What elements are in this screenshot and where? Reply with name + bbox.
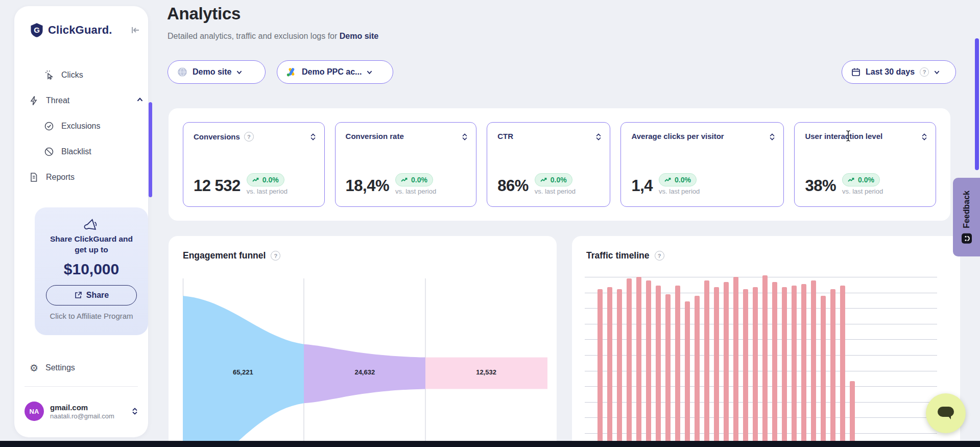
trend-up-icon [848, 177, 855, 182]
promo-amount: $10,000 [35, 261, 148, 278]
page-subtitle: Detailed analytics, traffic and exclusio… [168, 32, 378, 41]
sort-arrows-icon[interactable] [769, 133, 775, 141]
sort-arrows-icon[interactable] [595, 133, 602, 141]
page-title: Analytics [167, 4, 241, 23]
kpi-card-conversions: Conversions ? 12 532 [183, 122, 325, 207]
sort-arrows-icon[interactable] [310, 133, 316, 141]
account-switcher[interactable]: NA gmail.com naatali.ro@gmail.com [25, 396, 138, 426]
globe-icon [177, 67, 187, 77]
traffic-chart [585, 277, 937, 447]
sidebar-item-blacklist[interactable]: Blacklist [44, 143, 136, 161]
external-share-icon [74, 291, 82, 299]
traffic-bar [636, 277, 641, 447]
kpi-label: Conversion rate [346, 132, 404, 140]
page-scrollbar-thumb[interactable] [975, 38, 979, 170]
gear-icon: ⚙ [30, 363, 38, 373]
cursor-click-icon [44, 70, 54, 80]
account-name: gmail.com [50, 403, 126, 412]
help-icon[interactable]: ? [920, 67, 929, 77]
feedback-smiley-icon [961, 232, 972, 244]
help-icon[interactable]: ? [271, 251, 280, 261]
ppc-account-selector[interactable]: Demo PPC ac... [277, 60, 393, 84]
share-button[interactable]: Share [46, 285, 137, 305]
chevron-down-icon [236, 69, 242, 75]
google-ads-icon [286, 67, 297, 77]
site-selector[interactable]: Demo site [168, 60, 266, 84]
sort-arrows-icon[interactable] [921, 133, 927, 141]
date-range-selector[interactable]: Last 30 days ? [842, 60, 956, 84]
kpi-value: 86% [497, 177, 529, 195]
kpi-delta-badge: 0.0% [659, 173, 697, 186]
chat-bubble-icon [936, 405, 956, 422]
sidebar-item-label: Threat [46, 96, 69, 105]
ban-icon [44, 147, 54, 157]
traffic-bar [714, 287, 719, 447]
chevron-down-icon [367, 69, 372, 75]
funnel-stage-value: 24,632 [354, 368, 375, 376]
traffic-bar [830, 289, 835, 447]
logo-text: ClickGuard. [48, 23, 112, 37]
traffic-bar [743, 289, 748, 447]
engagement-funnel-panel: Engagement funnel ? 65,221 24,632 12,532 [169, 236, 557, 447]
select-arrows-icon [132, 407, 138, 415]
kpi-compare-label: vs. last period [395, 187, 436, 195]
kpi-label: Average clicks per visitor [631, 132, 724, 140]
feedback-tab[interactable]: Feedback [953, 178, 980, 256]
traffic-bar [772, 282, 777, 447]
chevron-down-icon [934, 69, 940, 75]
funnel-stage-value: 12,532 [476, 368, 496, 376]
app-root: G ClickGuard. Clicks Threat [0, 0, 980, 447]
sidebar-item-label: Settings [45, 363, 75, 372]
help-icon[interactable]: ? [655, 251, 664, 261]
kpi-band: Conversions ? 12 532 [169, 108, 950, 221]
traffic-bars [588, 277, 855, 447]
site-selector-label: Demo site [193, 67, 231, 77]
traffic-bar [821, 296, 826, 447]
traffic-bar [656, 286, 661, 447]
kpi-delta-badge: 0.0% [842, 173, 880, 186]
kpi-delta-badge: 0.0% [395, 173, 433, 186]
kpi-value: 1,4 [631, 177, 653, 195]
document-icon [29, 172, 39, 182]
traffic-bar [627, 278, 632, 447]
trend-up-icon [252, 177, 259, 182]
kpi-delta-badge: 0.0% [247, 173, 284, 186]
promo-footnote: Click to Affiliate Program [35, 312, 148, 320]
avatar: NA [25, 402, 44, 421]
kpi-compare-label: vs. last period [659, 187, 700, 195]
help-icon[interactable]: ? [244, 132, 254, 142]
funnel-chart: 65,221 24,632 12,532 [183, 278, 547, 447]
traffic-bar [792, 286, 797, 447]
sidebar-item-exclusions[interactable]: Exclusions [44, 117, 136, 135]
sidebar-item-threat[interactable]: Threat [29, 91, 136, 110]
sort-arrows-icon[interactable] [462, 133, 468, 141]
sidebar-item-label: Blacklist [61, 147, 91, 156]
sidebar-item-settings[interactable]: ⚙ Settings [30, 359, 137, 377]
chevron-up-icon [137, 97, 143, 103]
sidebar: G ClickGuard. Clicks Threat [14, 6, 148, 437]
traffic-bar [617, 289, 622, 447]
kpi-card-avg-clicks: Average clicks per visitor 1,4 0.0% [620, 122, 784, 207]
sidebar-collapse-icon[interactable] [130, 25, 141, 36]
subtitle-site-name: Demo site [340, 32, 378, 40]
lightning-icon [29, 96, 39, 106]
kpi-label: CTR [497, 132, 513, 140]
kpi-compare-label: vs. last period [535, 187, 576, 195]
logo[interactable]: G ClickGuard. [30, 22, 112, 38]
trend-up-icon [401, 177, 408, 182]
sidebar-item-reports[interactable]: Reports [29, 168, 136, 186]
traffic-bar [597, 289, 603, 447]
kpi-value: 12 532 [194, 177, 241, 195]
kpi-card-ctr: CTR 86% 0.0% v [487, 122, 610, 207]
panel-title: Traffic timeline [586, 250, 650, 261]
sidebar-item-label: Reports [46, 173, 75, 182]
kpi-compare-label: vs. last period [247, 187, 288, 195]
sidebar-divider [25, 386, 138, 387]
sidebar-scrollbar-thumb[interactable] [149, 102, 152, 197]
kpi-label: Conversions [194, 132, 240, 141]
chat-launcher-button[interactable] [926, 393, 966, 433]
traffic-bar [753, 287, 758, 447]
affiliate-promo-card[interactable]: Share ClickGuard and get up to $10,000 S… [35, 207, 148, 335]
traffic-bar [811, 280, 816, 447]
sidebar-item-clicks[interactable]: Clicks [44, 66, 136, 84]
